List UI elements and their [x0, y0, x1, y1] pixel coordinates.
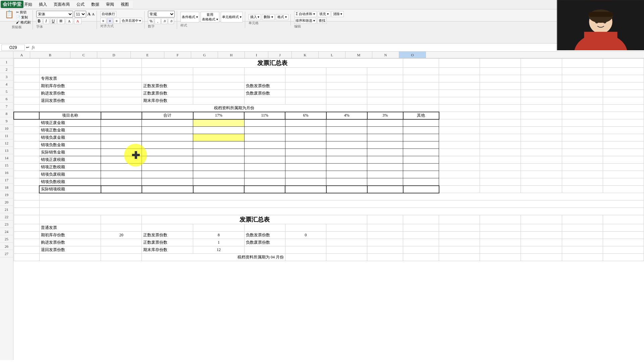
cell-c3[interactable]	[101, 75, 142, 82]
cell-n12[interactable]	[562, 141, 603, 149]
cell-o23[interactable]	[603, 224, 644, 232]
cell-n22[interactable]	[562, 215, 603, 224]
cell-g15[interactable]	[285, 164, 326, 171]
cell-f12[interactable]	[244, 141, 285, 149]
cell-g5[interactable]	[285, 90, 326, 97]
col-header-i[interactable]: I	[245, 52, 268, 58]
cell-d1-title[interactable]: 发票汇总表	[142, 59, 403, 68]
cell-m8[interactable]	[521, 112, 562, 119]
cell-k2[interactable]	[439, 68, 480, 75]
cell-g18[interactable]	[285, 186, 326, 193]
cell-b1[interactable]	[39, 59, 101, 68]
cell-j7[interactable]	[403, 105, 439, 112]
cell-o17[interactable]	[603, 178, 644, 186]
cell-b9[interactable]: 销项正废金额	[39, 119, 101, 127]
cell-g11[interactable]	[285, 134, 326, 141]
menu-home[interactable]: 开始	[23, 1, 34, 8]
cell-j15[interactable]	[403, 164, 439, 171]
cell-d9[interactable]	[142, 119, 193, 127]
cell-j3[interactable]	[403, 75, 439, 82]
cell-h27[interactable]	[326, 254, 367, 261]
cell-m23[interactable]	[521, 224, 562, 232]
cell-e26[interactable]: 12	[193, 246, 245, 254]
cell-c12[interactable]	[101, 141, 142, 149]
cell-c23[interactable]	[101, 224, 142, 232]
row-num-16[interactable]: 16	[0, 169, 13, 176]
cell-a18[interactable]	[14, 186, 39, 193]
cell-o25[interactable]	[603, 239, 644, 246]
cell-m14[interactable]	[521, 156, 562, 164]
cell-b17[interactable]: 销项负数税额	[39, 178, 101, 186]
menu-insert[interactable]: 插入	[38, 1, 48, 8]
col-header-g[interactable]: G	[191, 52, 218, 58]
cell-d26[interactable]: 期末库存份数	[142, 246, 193, 254]
cell-m6[interactable]	[521, 97, 562, 105]
delete-cells-button[interactable]: 删除 ▾	[262, 14, 275, 20]
cell-f6[interactable]	[244, 97, 285, 105]
cell-m26[interactable]	[521, 246, 562, 254]
align-left-button[interactable]: ≡	[100, 18, 106, 24]
cell-h5[interactable]	[326, 90, 367, 97]
cell-g13[interactable]	[285, 149, 326, 156]
row-num-5[interactable]: 5	[0, 88, 13, 95]
row-num-26[interactable]: 26	[0, 243, 13, 250]
col-header-e[interactable]: E	[131, 52, 164, 58]
cell-d2[interactable]	[142, 68, 193, 75]
cell-i26[interactable]	[367, 246, 403, 254]
cell-n14[interactable]	[562, 156, 603, 164]
cell-l1[interactable]	[480, 59, 521, 68]
format-painter-button[interactable]: 🖌 格式刷	[16, 20, 31, 25]
cell-n5[interactable]	[562, 90, 603, 97]
cell-e16[interactable]	[193, 171, 245, 178]
cell-j18[interactable]	[403, 186, 439, 193]
cell-f18[interactable]	[244, 186, 285, 193]
row-num-1[interactable]: 1	[0, 58, 13, 66]
cell-m12[interactable]	[521, 141, 562, 149]
col-header-d[interactable]: D	[97, 52, 131, 58]
row-num-13[interactable]: 13	[0, 147, 13, 154]
cell-l7[interactable]	[480, 105, 521, 112]
col-header-h[interactable]: H	[218, 52, 245, 58]
cell-o6[interactable]	[603, 97, 644, 105]
cell-i10[interactable]	[367, 127, 403, 134]
cell-e12[interactable]	[193, 141, 245, 149]
cell-a23[interactable]	[14, 224, 39, 232]
cell-k6[interactable]	[439, 97, 480, 105]
cell-k17[interactable]	[439, 178, 480, 186]
border-button[interactable]: ⊞	[57, 18, 65, 24]
cell-g16[interactable]	[285, 171, 326, 178]
cell-o7[interactable]	[603, 105, 644, 112]
cell-o9[interactable]	[603, 119, 644, 127]
font-color-button[interactable]: A	[74, 18, 82, 24]
cell-j6[interactable]	[403, 97, 439, 105]
cell-b25[interactable]: 购进发票份数	[39, 239, 101, 246]
cell-l13[interactable]	[480, 149, 521, 156]
cell-i13[interactable]	[367, 149, 403, 156]
number-format-select[interactable]: 常规	[148, 11, 175, 17]
cell-d3[interactable]	[142, 75, 193, 82]
cell-k9[interactable]	[439, 119, 480, 127]
cell-i6[interactable]	[367, 97, 403, 105]
decrease-decimal-button[interactable]: .0	[168, 18, 174, 24]
cell-b7[interactable]	[39, 105, 101, 112]
cell-l8[interactable]	[480, 112, 521, 119]
cell-h8-4[interactable]: 4%	[326, 112, 367, 119]
cell-b4[interactable]: 期初库存份数	[39, 82, 101, 90]
cell-e18[interactable]	[193, 186, 245, 193]
cell-e23[interactable]	[193, 224, 245, 232]
cell-n8[interactable]	[562, 112, 603, 119]
cell-k18[interactable]	[439, 186, 480, 193]
cell-h10[interactable]	[326, 127, 367, 134]
cell-d10[interactable]	[142, 127, 193, 134]
cell-m22[interactable]	[521, 215, 562, 224]
cell-k14[interactable]	[439, 156, 480, 164]
cell-o16[interactable]	[603, 171, 644, 178]
row-num-12[interactable]: 12	[0, 139, 13, 147]
menu-pagelayout[interactable]: 页面布局	[52, 1, 71, 8]
cell-a15[interactable]	[14, 164, 39, 171]
cell-f5[interactable]: 负数废票份数	[244, 90, 285, 97]
cell-b6[interactable]: 退回发票份数	[39, 97, 101, 105]
underline-button[interactable]: U	[50, 18, 56, 24]
cell-d14[interactable]	[142, 156, 193, 164]
cell-d5[interactable]: 正数废票份数	[142, 90, 193, 97]
